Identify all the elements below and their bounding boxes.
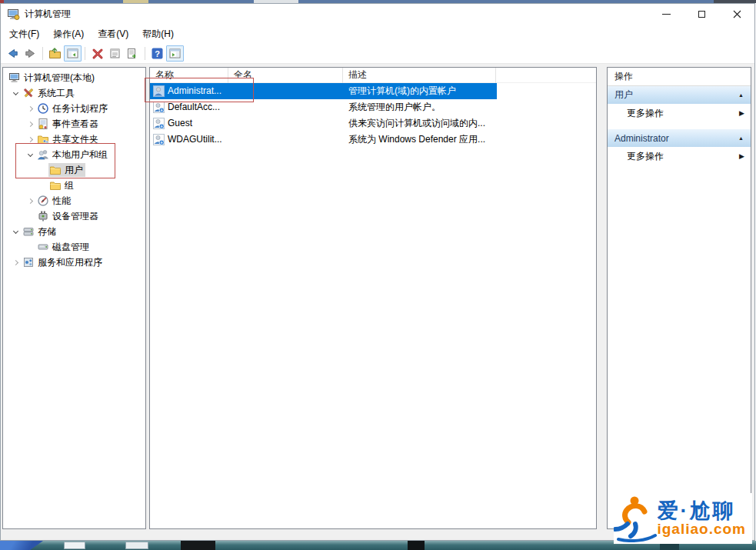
svg-text:?: ? — [155, 49, 160, 58]
more-actions-users[interactable]: 更多操作 ▶ — [608, 104, 751, 122]
annotation-box-administrator-row — [145, 78, 254, 102]
minimize-icon — [662, 14, 671, 15]
show-action-pane-button[interactable] — [166, 45, 184, 62]
delete-icon — [92, 48, 104, 60]
tree-item-performance[interactable]: 性能 — [3, 193, 145, 208]
user-description: 管理计算机(域)的内置帐户 — [343, 83, 497, 99]
chevron-right-icon[interactable] — [9, 256, 22, 268]
user-fullname — [228, 115, 343, 132]
actions-section-label: 用户 — [614, 88, 633, 102]
console-tree-icon — [66, 47, 79, 60]
maximize-icon — [698, 11, 705, 18]
content-area: 计算机管理(本地) 系统工具 任务计划程序 事件查看器 — [1, 64, 754, 540]
collapse-section-icon[interactable]: ▲ — [738, 92, 744, 98]
chevron-down-icon[interactable] — [9, 225, 22, 238]
chevron-right-icon[interactable] — [24, 102, 36, 115]
menu-help[interactable]: 帮助(H) — [135, 25, 181, 43]
export-list-button[interactable] — [124, 45, 142, 62]
device-manager-icon — [37, 210, 49, 222]
collapse-section-icon[interactable]: ▲ — [738, 135, 744, 141]
close-icon — [733, 10, 741, 18]
minimize-button[interactable] — [648, 4, 684, 25]
table-row-guest[interactable]: Guest 供来宾访问计算机或访问域的内... — [150, 115, 497, 132]
desktop-fragment — [181, 541, 215, 550]
desktop-fragment — [0, 541, 43, 550]
desktop-top-strip — [0, 0, 756, 3]
toolbar-separator — [85, 47, 85, 60]
desktop-fragment — [408, 541, 425, 550]
computer-management-window: 计算机管理 文件(F) 操作(A) 查看(V) 帮助(H) — [0, 3, 755, 541]
table-row-wdagutility[interactable]: WDAGUtilit... 系统为 Windows Defender 应用... — [150, 132, 497, 148]
users-list-panel: 名称 全名 描述 Administrat... 管理计算机(域)的内置帐户 — [149, 67, 597, 529]
storage-icon — [22, 225, 35, 238]
tree-item-computer-management[interactable]: 计算机管理(本地) — [3, 70, 145, 85]
column-header-description[interactable]: 描述 — [343, 68, 496, 83]
window-controls — [648, 4, 754, 25]
tree-item-label: 磁盘管理 — [52, 241, 89, 254]
submenu-arrow-icon: ▶ — [739, 109, 744, 117]
delete-button[interactable] — [88, 45, 106, 62]
user-name: Guest — [168, 115, 192, 132]
user-name: WDAGUtilit... — [168, 132, 222, 148]
more-actions-administrator[interactable]: 更多操作 ▶ — [608, 147, 751, 165]
watermark-logo: 爱·尬聊 igaliao.com — [614, 493, 752, 544]
console-tree-panel: 计算机管理(本地) 系统工具 任务计划程序 事件查看器 — [2, 67, 146, 529]
close-button[interactable] — [719, 4, 754, 25]
properties-button[interactable] — [106, 45, 124, 62]
help-icon: ? — [151, 47, 164, 60]
tree-item-event-viewer[interactable]: 事件查看器 — [3, 116, 145, 132]
menu-view[interactable]: 查看(V) — [91, 25, 135, 43]
forward-button[interactable] — [22, 45, 39, 62]
user-description: 系统管理的用户帐户。 — [343, 99, 497, 115]
services-icon — [22, 256, 35, 268]
tree-item-groups[interactable]: 组 — [3, 178, 145, 193]
computer-icon — [8, 72, 21, 84]
up-folder-button[interactable] — [46, 45, 64, 62]
properties-icon — [108, 47, 122, 60]
toolbar: ? — [1, 44, 754, 64]
desktop-fragment — [123, 0, 148, 3]
up-folder-icon — [48, 47, 62, 60]
toolbar-separator — [42, 47, 43, 60]
help-button[interactable]: ? — [148, 45, 166, 62]
back-button[interactable] — [4, 45, 22, 62]
clock-icon — [37, 102, 49, 115]
disk-icon — [37, 241, 49, 253]
tools-icon — [22, 87, 35, 99]
user-disabled-icon — [153, 134, 165, 145]
tree-item-services-applications[interactable]: 服务和应用程序 — [3, 255, 145, 270]
user-disabled-icon — [153, 102, 165, 113]
actions-pane-title: 操作 — [608, 68, 751, 86]
desktop-fragment — [714, 0, 756, 3]
export-list-icon — [126, 47, 139, 60]
actions-section-users[interactable]: 用户 ▲ — [608, 86, 751, 104]
tree-item-task-scheduler[interactable]: 任务计划程序 — [3, 101, 145, 116]
watermark-domain: igaliao.com — [657, 522, 746, 537]
more-actions-label: 更多操作 — [627, 150, 664, 163]
folder-icon — [49, 179, 62, 192]
user-description: 系统为 Windows Defender 应用... — [343, 132, 497, 148]
menu-file[interactable]: 文件(F) — [2, 25, 46, 43]
event-viewer-icon — [37, 118, 49, 130]
menubar: 文件(F) 操作(A) 查看(V) 帮助(H) — [1, 25, 754, 44]
chevron-right-icon[interactable] — [24, 118, 36, 130]
actions-section-administrator[interactable]: Administrator ▲ — [608, 129, 751, 147]
maximize-button[interactable] — [684, 4, 719, 25]
tree-item-label: 存储 — [38, 225, 56, 238]
user-fullname — [228, 132, 343, 148]
performance-icon — [37, 195, 49, 207]
tree-item-disk-management[interactable]: 磁盘管理 — [3, 239, 145, 255]
annotation-box-tree-users — [15, 143, 115, 178]
desktop-fragment — [0, 0, 4, 3]
tree-item-label: 组 — [65, 179, 74, 192]
desktop-fragment — [64, 542, 85, 549]
tree-item-label: 事件查看器 — [52, 118, 98, 131]
chevron-right-icon[interactable] — [24, 195, 36, 207]
menu-action[interactable]: 操作(A) — [46, 25, 91, 43]
show-console-tree-button[interactable] — [64, 45, 82, 62]
toolbar-separator — [145, 47, 145, 60]
tree-item-device-manager[interactable]: 设备管理器 — [3, 208, 145, 224]
tree-item-system-tools[interactable]: 系统工具 — [3, 85, 145, 101]
chevron-down-icon[interactable] — [9, 87, 22, 99]
tree-item-storage[interactable]: 存储 — [3, 224, 145, 239]
